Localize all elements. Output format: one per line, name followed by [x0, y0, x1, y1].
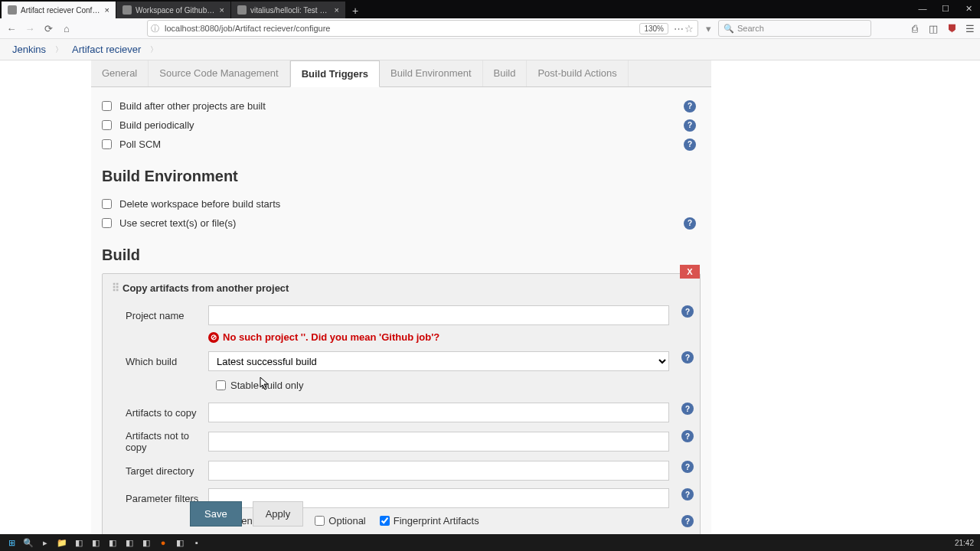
terminal-icon[interactable]: ▪ [188, 536, 205, 549]
target-dir-label: Target directory [126, 465, 208, 477]
close-icon[interactable]: × [105, 5, 109, 15]
use-secret-checkbox[interactable] [102, 218, 112, 228]
poll-scm-checkbox[interactable] [102, 139, 112, 149]
minimize-button[interactable]: — [911, 0, 934, 17]
home-button[interactable]: ⌂ [60, 21, 74, 35]
forward-button[interactable]: → [23, 21, 37, 35]
project-name-input[interactable] [208, 305, 669, 325]
close-window-button[interactable]: ✕ [957, 0, 980, 17]
save-button[interactable]: Save [190, 501, 242, 527]
help-icon[interactable]: ? [684, 119, 696, 132]
tab-build[interactable]: Build [483, 60, 528, 86]
pocket-icon[interactable]: ▾ [703, 23, 714, 34]
which-build-label: Which build [126, 356, 208, 367]
tab-title-1: Artifact reciever Config [Jenki [21, 6, 101, 15]
back-button[interactable]: ← [5, 21, 18, 35]
start-button[interactable]: ⊞ [3, 536, 20, 549]
favicon-icon [8, 5, 17, 15]
help-icon[interactable]: ? [684, 100, 696, 112]
search-icon: 🔍 [724, 24, 734, 34]
app-icon[interactable]: ◧ [70, 536, 87, 549]
step-title: ⠿ Copy artifacts from another project [112, 282, 691, 294]
stable-build-checkbox[interactable] [216, 380, 226, 390]
browser-tab-2[interactable]: Workspace of Github job on m × [116, 2, 231, 18]
favicon-icon [122, 5, 132, 15]
zoom-badge[interactable]: 130% [639, 23, 668, 34]
reload-button[interactable]: ⟳ [41, 21, 55, 35]
poll-scm-label: Poll SCM [119, 139, 161, 150]
browser-tab-3[interactable]: vitalius/hellocli: Test project f × [231, 2, 346, 18]
browser-tab-1[interactable]: Artifact reciever Config [Jenki × [2, 2, 116, 18]
search-taskbar-icon[interactable]: 🔍 [20, 536, 37, 549]
help-icon[interactable]: ? [681, 351, 694, 364]
app-icon[interactable]: ◧ [172, 536, 188, 549]
app-icon[interactable]: ◧ [87, 536, 104, 549]
breadcrumb-job[interactable]: Artifact reciever [72, 44, 141, 55]
which-build-select[interactable]: Latest successful build [208, 351, 669, 371]
search-placeholder: Search [737, 24, 764, 33]
library-icon[interactable]: ⎙ [910, 23, 920, 34]
chevron-right-icon: 〉 [150, 44, 158, 55]
stable-build-label: Stable build only [230, 380, 303, 391]
tab-general[interactable]: General [91, 60, 149, 86]
tab-build-env[interactable]: Build Environment [380, 60, 483, 86]
artifacts-copy-label: Artifacts to copy [126, 407, 208, 419]
app-icon[interactable]: ◧ [104, 536, 121, 549]
build-after-checkbox[interactable] [102, 101, 112, 111]
apply-button[interactable]: Apply [253, 501, 304, 527]
use-secret-label: Use secret text(s) or file(s) [119, 217, 236, 229]
build-periodically-checkbox[interactable] [102, 120, 112, 130]
favicon-icon [237, 5, 247, 15]
task-icon[interactable]: ▸ [37, 536, 54, 549]
clock[interactable]: 21:42 [955, 539, 977, 547]
help-icon[interactable]: ? [681, 403, 694, 415]
app-icon[interactable]: ◧ [121, 536, 138, 549]
config-tabs: General Source Code Management Build Tri… [91, 60, 711, 87]
close-icon[interactable]: × [335, 5, 339, 15]
tab-title-3: vitalius/hellocli: Test project f [250, 6, 331, 15]
breadcrumb-home[interactable]: Jenkins [12, 44, 46, 55]
delete-workspace-label: Delete workspace before build starts [119, 198, 280, 210]
menu-icon[interactable]: ☰ [965, 23, 975, 34]
page-actions-icon[interactable]: ⋯ [673, 23, 684, 34]
url-text: localhost:8080/job/Artifact reciever/con… [162, 24, 639, 33]
drag-handle-icon[interactable]: ⠿ [112, 282, 118, 294]
artifacts-not-copy-input[interactable] [208, 432, 669, 452]
help-icon[interactable]: ? [684, 217, 696, 230]
build-after-label: Build after other projects are built [119, 100, 266, 112]
explorer-icon[interactable]: 📁 [54, 536, 70, 549]
delete-workspace-checkbox[interactable] [102, 199, 112, 209]
help-icon[interactable]: ? [681, 461, 694, 473]
error-icon: ⊘ [208, 332, 219, 343]
tab-post[interactable]: Post-build Actions [527, 60, 628, 86]
shield-icon[interactable]: ⛊ [946, 23, 957, 34]
help-icon[interactable]: ? [681, 430, 694, 442]
target-dir-input[interactable] [208, 461, 669, 481]
project-name-label: Project name [126, 310, 208, 321]
site-info-icon[interactable]: ⓘ [151, 23, 162, 34]
help-icon[interactable]: ? [684, 139, 696, 151]
build-periodically-label: Build periodically [119, 119, 194, 131]
tab-scm[interactable]: Source Code Management [149, 60, 289, 86]
chevron-right-icon: 〉 [55, 44, 63, 55]
help-icon[interactable]: ? [681, 305, 694, 318]
breadcrumb: Jenkins 〉 Artifact reciever 〉 [0, 39, 980, 60]
sidebar-icon[interactable]: ◫ [928, 23, 939, 34]
firefox-icon[interactable]: ● [155, 536, 172, 549]
bookmark-star-icon[interactable]: ☆ [684, 23, 694, 34]
address-bar[interactable]: ⓘ localhost:8080/job/Artifact reciever/c… [147, 20, 698, 37]
app-icon[interactable]: ◧ [138, 536, 155, 549]
tab-build-triggers[interactable]: Build Triggers [290, 60, 380, 87]
search-input[interactable]: 🔍 Search [718, 20, 871, 37]
artifacts-not-copy-label: Artifacts not to copy [126, 430, 208, 453]
close-icon[interactable]: × [220, 5, 224, 15]
new-tab-button[interactable]: + [346, 3, 364, 18]
tab-title-2: Workspace of Github job on m [136, 6, 216, 15]
validation-error: ⊘ No such project ''. Did you mean 'Gith… [103, 329, 700, 347]
artifacts-copy-input[interactable] [208, 403, 669, 422]
build-heading: Build [102, 246, 701, 264]
taskbar: ⊞ 🔍 ▸ 📁 ◧ ◧ ◧ ◧ ◧ ● ◧ ▪ 21:42 [0, 534, 980, 551]
maximize-button[interactable]: ☐ [934, 0, 957, 17]
build-env-heading: Build Environment [102, 168, 701, 185]
